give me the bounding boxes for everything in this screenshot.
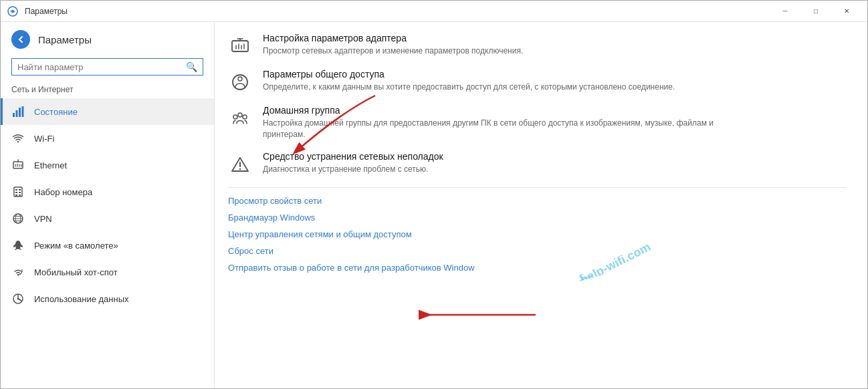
svg-point-26 xyxy=(239,168,241,169)
sidebar-item-ethernet[interactable]: Ethernet xyxy=(1,152,214,178)
hotspot-icon xyxy=(11,265,25,279)
close-button[interactable]: ✕ xyxy=(831,1,862,22)
svg-point-6 xyxy=(17,141,19,142)
datausage-label: Использование данных xyxy=(34,294,129,304)
datausage-icon xyxy=(11,292,25,305)
svg-rect-14 xyxy=(19,194,21,196)
minimize-button[interactable]: ─ xyxy=(770,1,800,22)
svg-point-24 xyxy=(243,115,247,119)
troubleshoot-text: Средство устранения сетевых неполадок Ди… xyxy=(263,151,443,175)
svg-rect-9 xyxy=(15,189,17,190)
sidebar-item-status[interactable]: Состояние xyxy=(1,98,214,125)
sidebar-item-datausage[interactable]: Использование данных xyxy=(1,285,214,312)
adapter-icon xyxy=(228,34,252,58)
svg-rect-13 xyxy=(15,194,17,196)
divider xyxy=(228,187,846,188)
dialup-icon xyxy=(11,185,25,199)
svg-point-25 xyxy=(238,113,242,117)
status-icon xyxy=(11,105,25,118)
title-bar: Параметры ─ □ ✕ xyxy=(1,1,867,22)
search-input[interactable] xyxy=(17,62,186,72)
hotspot-label: Мобильный хот-спот xyxy=(34,267,118,277)
svg-rect-12 xyxy=(19,192,21,193)
adapter-desc: Просмотр сетевых адаптеров и изменение п… xyxy=(263,45,523,57)
search-icon[interactable]: 🔍 xyxy=(186,61,197,72)
svg-rect-11 xyxy=(15,192,17,193)
homegroup-icon xyxy=(228,106,252,130)
adapter-title: Настройка параметров адаптера xyxy=(263,33,523,43)
svg-rect-2 xyxy=(13,113,15,117)
sharing-title: Параметры общего доступа xyxy=(263,69,675,80)
sharing-text: Параметры общего доступа Определите, к к… xyxy=(263,69,675,93)
feedback-link[interactable]: Отправить отзыв о работе в сети для разр… xyxy=(228,263,846,273)
ethernet-label: Ethernet xyxy=(34,160,67,170)
homegroup-desc: Настройка домашней группы для предоставл… xyxy=(263,118,731,140)
vpn-icon xyxy=(11,212,25,225)
troubleshoot-setting: Средство устранения сетевых неполадок Ди… xyxy=(228,151,846,176)
vpn-label: VPN xyxy=(34,214,52,224)
sidebar-item-hotspot[interactable]: Мобильный хот-спот xyxy=(1,259,214,285)
search-box[interactable]: 🔍 xyxy=(11,58,203,76)
network-center-link[interactable]: Центр управления сетями и общим доступом xyxy=(228,229,846,239)
view-props-link[interactable]: Просмотр свойств сети xyxy=(228,196,846,206)
sidebar-item-vpn[interactable]: VPN xyxy=(1,205,214,232)
troubleshoot-title: Средство устранения сетевых неполадок xyxy=(263,151,443,162)
svg-point-1 xyxy=(11,10,14,13)
wifi-icon xyxy=(11,132,25,145)
svg-rect-5 xyxy=(22,106,24,117)
dialup-label: Набор номера xyxy=(34,187,92,197)
airplane-icon xyxy=(11,239,25,252)
sharing-desc: Определите, к каким данным вы хотите пре… xyxy=(263,82,675,93)
status-label: Состояние xyxy=(34,107,78,117)
back-button[interactable] xyxy=(11,30,30,49)
sidebar-title: Параметры xyxy=(38,34,92,45)
svg-rect-8 xyxy=(14,187,22,197)
sidebar: Параметры 🔍 Сеть и Интернет Состояние xyxy=(1,22,215,388)
homegroup-setting: Домашняя группа Настройка домашней групп… xyxy=(228,105,846,140)
svg-point-22 xyxy=(238,77,242,81)
section-label: Сеть и Интернет xyxy=(1,82,214,98)
main-wrapper: Настройка параметров адаптера Просмотр с… xyxy=(215,22,867,388)
svg-point-19 xyxy=(17,298,19,300)
svg-rect-10 xyxy=(19,189,21,190)
adapter-text: Настройка параметров адаптера Просмотр с… xyxy=(263,33,523,57)
firewall-link[interactable]: Брандмауэр Windows xyxy=(228,213,846,223)
ethernet-icon xyxy=(11,158,25,172)
adapter-setting: Настройка параметров адаптера Просмотр с… xyxy=(228,33,846,58)
svg-rect-3 xyxy=(16,110,18,117)
window-title: Параметры xyxy=(25,7,770,16)
app-icon xyxy=(6,5,19,18)
sharing-setting: Параметры общего доступа Определите, к к… xyxy=(228,69,846,94)
wifi-label: Wi-Fi xyxy=(34,134,54,144)
svg-rect-4 xyxy=(19,108,21,117)
homegroup-title: Домашняя группа xyxy=(263,105,731,116)
sidebar-item-dialup[interactable]: Набор номера xyxy=(1,178,214,205)
main-content: Настройка параметров адаптера Просмотр с… xyxy=(215,22,867,388)
sidebar-header: Параметры xyxy=(1,22,214,54)
troubleshoot-desc: Диагностика и устранение проблем с сетью… xyxy=(263,164,443,175)
svg-point-23 xyxy=(233,115,237,119)
maximize-button[interactable]: □ xyxy=(800,1,831,22)
svg-rect-20 xyxy=(232,41,248,51)
homegroup-text: Домашняя группа Настройка домашней групп… xyxy=(263,105,731,140)
reset-link[interactable]: Сброс сети xyxy=(228,246,846,256)
airplane-label: Режим «в самолете» xyxy=(34,241,118,251)
sharing-icon xyxy=(228,70,252,94)
sidebar-item-wifi[interactable]: Wi-Fi xyxy=(1,125,214,152)
troubleshoot-icon xyxy=(228,152,252,176)
window-controls: ─ □ ✕ xyxy=(770,1,862,22)
sidebar-item-airplane[interactable]: Режим «в самолете» xyxy=(1,232,214,259)
